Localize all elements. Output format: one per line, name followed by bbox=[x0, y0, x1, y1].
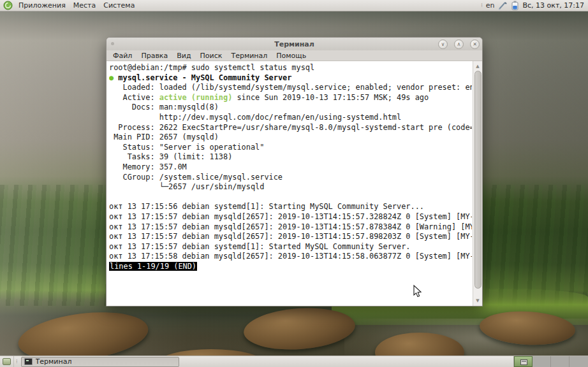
menubar-item[interactable]: Терминал bbox=[226, 52, 272, 60]
terminal-line: Tasks: 39 (limit: 1138) bbox=[109, 152, 472, 162]
top-menu-system[interactable]: Система bbox=[99, 0, 138, 11]
minimize-button[interactable]: ∨ bbox=[438, 40, 448, 49]
terminal-text-segment: ● bbox=[109, 73, 118, 82]
terminal-line: Process: 2622 ExecStartPre=/usr/share/my… bbox=[109, 123, 472, 133]
terminal-text-segment: mysql.service - MySQL Community Server bbox=[118, 73, 291, 82]
scrollbar-thumb[interactable] bbox=[474, 71, 481, 289]
terminal-line: окт 13 17:15:57 debian mysqld[2657]: 201… bbox=[109, 232, 472, 242]
terminal-text-segment: Loaded: loaded (/lib/systemd/system/mysq… bbox=[109, 83, 472, 92]
terminal-text-segment: окт 13 17:15:56 debian systemd[1]: Start… bbox=[109, 202, 424, 211]
applications-menu-icon[interactable] bbox=[3, 1, 13, 10]
bottom-panel: ⁞ Терминал bbox=[0, 356, 588, 367]
menubar-item[interactable]: Поиск bbox=[196, 52, 227, 60]
terminal-scrollbar[interactable]: ▲ ▼ bbox=[473, 61, 482, 306]
terminal-line: Docs: man:mysqld(8) bbox=[109, 103, 472, 113]
terminal-text-segment: окт 13 17:15:57 debian systemd[1]: Start… bbox=[109, 242, 410, 251]
terminal-text-segment: окт 13 17:15:58 debian mysqld[2657]: 201… bbox=[109, 252, 472, 261]
show-desktop-button[interactable] bbox=[0, 356, 14, 367]
top-menu-places[interactable]: Места bbox=[70, 0, 99, 11]
window-menu-button[interactable] bbox=[111, 42, 114, 45]
terminal-text-segment: http://dev.mysql.com/doc/refman/en/using… bbox=[109, 113, 401, 122]
terminal-line: lines 1-19/19 (END) bbox=[109, 262, 472, 272]
terminal-text-segment: окт 13 17:15:57 debian mysqld[2657]: 201… bbox=[109, 222, 472, 231]
workspace-1[interactable] bbox=[514, 356, 533, 367]
terminal-line: окт 13 17:15:57 debian mysqld[2657]: 201… bbox=[109, 222, 472, 233]
workspace-4[interactable] bbox=[570, 356, 588, 367]
workspace-mini-window bbox=[520, 359, 527, 365]
tablet-pen-icon[interactable] bbox=[498, 1, 508, 10]
workspace-3[interactable] bbox=[551, 356, 570, 367]
terminal-text-segment: Active: bbox=[109, 93, 159, 102]
keyboard-layout-indicator[interactable]: en bbox=[486, 1, 495, 10]
terminal-text-segment: Main PID: 2657 (mysqld) bbox=[109, 133, 219, 141]
terminal-line: Memory: 357.0M bbox=[109, 162, 472, 173]
terminal-icon bbox=[24, 358, 33, 365]
mouse-cursor bbox=[413, 285, 422, 298]
terminal-line: окт 13 17:15:57 debian systemd[1]: Start… bbox=[109, 242, 472, 252]
show-desktop-icon bbox=[3, 358, 11, 365]
taskbar-handle[interactable]: ⁞ bbox=[16, 359, 17, 364]
scrollbar-down-icon[interactable]: ▼ bbox=[473, 297, 482, 305]
close-button[interactable]: ✕ bbox=[470, 40, 480, 49]
top-menu-applications[interactable]: Приложения bbox=[15, 0, 70, 11]
terminal-text-segment: └─2657 /usr/sbin/mysqld bbox=[109, 182, 264, 191]
tray-handle[interactable]: ⁞ bbox=[481, 3, 482, 8]
terminal-line: Loaded: loaded (/lib/systemd/system/mysq… bbox=[109, 83, 472, 93]
menubar-item[interactable]: Помощь bbox=[272, 52, 311, 60]
terminal-line: root@debian:/tmp# sudo systemctl status … bbox=[109, 63, 472, 73]
desktop: ПриложенияМестаСистема ⁞ en Вс, 13 окт, … bbox=[0, 0, 588, 367]
terminal-line: Main PID: 2657 (mysqld) bbox=[109, 133, 472, 143]
terminal-line: окт 13 17:15:56 debian systemd[1]: Start… bbox=[109, 202, 472, 212]
maximize-button[interactable]: ∧ bbox=[454, 40, 464, 49]
titlebar[interactable]: Терминал ∨ ∧ ✕ bbox=[107, 38, 482, 50]
terminal-text-segment: Docs: man:mysqld(8) bbox=[109, 103, 219, 112]
taskbar-item-terminal[interactable]: Терминал bbox=[21, 357, 179, 367]
terminal-body[interactable]: root@debian:/tmp# sudo systemctl status … bbox=[107, 61, 482, 306]
workspace-switcher bbox=[513, 356, 588, 367]
menubar: ФайлПравкаВидПоискТерминалПомощь bbox=[107, 50, 482, 61]
menubar-item[interactable]: Правка bbox=[136, 52, 172, 60]
top-panel-menus: ПриложенияМестаСистема bbox=[15, 0, 138, 11]
terminal-line: Status: "Server is operational" bbox=[109, 143, 472, 153]
terminal-line: окт 13 17:15:57 debian mysqld[2657]: 201… bbox=[109, 212, 472, 222]
terminal-line: окт 13 17:15:58 debian mysqld[2657]: 201… bbox=[109, 252, 472, 262]
window-title: Терминал bbox=[274, 40, 314, 48]
scrollbar-up-icon[interactable]: ▲ bbox=[473, 62, 482, 70]
terminal-window: Терминал ∨ ∧ ✕ ФайлПравкаВидПоискТермина… bbox=[106, 37, 483, 306]
terminal-text-segment: CGroup: /system.slice/mysql.service bbox=[109, 173, 283, 182]
terminal-output: root@debian:/tmp# sudo systemctl status … bbox=[109, 63, 472, 306]
workspace-2[interactable] bbox=[533, 356, 551, 367]
terminal-line bbox=[109, 192, 472, 203]
window-controls: ∨ ∧ ✕ bbox=[438, 40, 480, 49]
terminal-text-segment: active (running) bbox=[159, 93, 233, 102]
terminal-text-segment: окт 13 17:15:57 debian mysqld[2657]: 201… bbox=[109, 232, 472, 241]
battery-icon[interactable] bbox=[511, 1, 518, 10]
terminal-text-segment: Memory: 357.0M bbox=[109, 162, 187, 171]
menubar-item[interactable]: Файл bbox=[108, 52, 136, 60]
top-panel: ПриложенияМестаСистема ⁞ en Вс, 13 окт, … bbox=[0, 0, 588, 11]
terminal-text-segment: Status: "Server is operational" bbox=[109, 143, 264, 152]
terminal-line: └─2657 /usr/sbin/mysqld bbox=[109, 182, 472, 192]
terminal-line: http://dev.mysql.com/doc/refman/en/using… bbox=[109, 113, 472, 123]
taskbar-item-label: Терминал bbox=[36, 357, 72, 366]
system-tray: ⁞ en Вс, 13 окт, 17:17 bbox=[481, 0, 588, 11]
terminal-text-segment: root@debian:/tmp# sudo systemctl status … bbox=[109, 63, 314, 72]
terminal-line: CGroup: /system.slice/mysql.service bbox=[109, 173, 472, 183]
menubar-item[interactable]: Вид bbox=[172, 52, 195, 60]
terminal-text-segment: since Sun 2019-10-13 17:15:57 MSK; 49s a… bbox=[232, 93, 429, 102]
terminal-text-segment: окт 13 17:15:57 debian mysqld[2657]: 201… bbox=[109, 212, 472, 221]
terminal-text-segment: Process: 2622 ExecStartPre=/usr/share/my… bbox=[109, 123, 472, 132]
terminal-text-segment: lines 1-19/19 (END) bbox=[109, 262, 197, 271]
terminal-line: ● mysql.service - MySQL Community Server bbox=[109, 73, 472, 83]
terminal-line: Active: active (running) since Sun 2019-… bbox=[109, 93, 472, 103]
clock[interactable]: Вс, 13 окт, 17:17 bbox=[522, 1, 584, 10]
terminal-text-segment: Tasks: 39 (limit: 1138) bbox=[109, 152, 232, 161]
